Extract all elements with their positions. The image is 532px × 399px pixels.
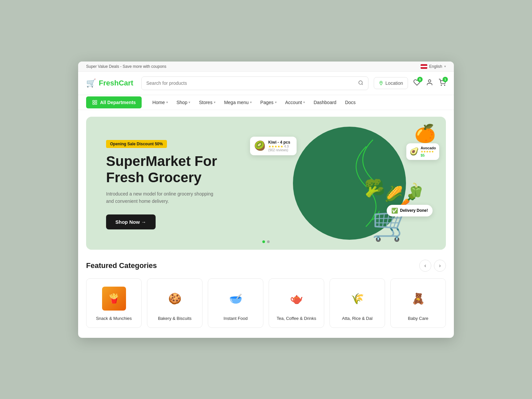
grid-icon [92, 100, 97, 105]
category-card-baby[interactable]: 🧸 Baby Care [390, 278, 446, 328]
nav-item-account: Account ▾ [281, 95, 309, 110]
discount-badge: Opening Sale Discount 50% [106, 140, 167, 148]
svg-rect-6 [95, 100, 97, 102]
orange-decoration: 🍊 [414, 123, 436, 144]
category-label-tea: Tea, Coffee & Drinks [277, 316, 316, 321]
navbar: All Departments Home ▾ Shop ▾ Stores ▾ [78, 95, 454, 110]
pages-chevron-icon: ▾ [275, 100, 277, 104]
next-arrow-button[interactable]: › [434, 260, 446, 272]
all-departments-button[interactable]: All Departments [86, 96, 142, 108]
shop-now-button[interactable]: Shop Now → [106, 214, 156, 229]
carousel-dots [262, 240, 270, 243]
cart-button[interactable]: 1 [439, 79, 446, 88]
hero-section: Opening Sale Discount 50% SuperMarket Fo… [78, 110, 454, 256]
section-header: Featured Categories ‹ › [86, 260, 446, 272]
category-card-instant[interactable]: 🥣 Instant Food [208, 278, 263, 328]
account-button[interactable] [426, 79, 433, 88]
nav-link-docs[interactable]: Docs [341, 95, 360, 110]
search-input[interactable] [142, 77, 353, 89]
category-label-bakery: Bakery & Biscuits [158, 316, 192, 321]
svg-point-4 [444, 85, 445, 85]
svg-point-3 [441, 85, 442, 85]
nav-link-stores[interactable]: Stores ▾ [195, 95, 219, 110]
prev-arrow-button[interactable]: ‹ [419, 260, 431, 272]
language-label: English [429, 64, 442, 69]
logo-icon: 🛒 [86, 78, 96, 88]
nav-item-shop: Shop ▾ [173, 95, 195, 110]
flag-icon [421, 64, 427, 69]
location-button[interactable]: Location [374, 77, 408, 89]
instant-icon: 🥣 [224, 287, 248, 311]
delivery-badge: ✅ Delivery Done! [387, 205, 433, 216]
nav-arrows: ‹ › [419, 260, 446, 272]
search-button[interactable] [353, 77, 368, 90]
browser-window: Super Value Deals - Save more with coupo… [78, 62, 454, 338]
account-chevron-icon: ▾ [303, 100, 305, 104]
hero-banner: Opening Sale Discount 50% SuperMarket Fo… [86, 117, 446, 250]
nav-link-account[interactable]: Account ▾ [281, 95, 309, 110]
cart-badge: 1 [443, 77, 448, 82]
avocado-card: 🥑 Avocado ★★★★★ $5 [406, 143, 439, 160]
logo-text-cart: Cart [119, 79, 133, 87]
category-image-instant: 🥣 [222, 285, 249, 312]
logo-text-fresh: Fresh [99, 79, 119, 87]
category-card-snacks[interactable]: 🍟 Snack & Munchies [86, 278, 142, 328]
logo[interactable]: 🛒 FreshCart [86, 78, 136, 88]
category-card-rice[interactable]: 🌾 Atta, Rice & Dal [330, 278, 385, 328]
nav-link-shop[interactable]: Shop ▾ [173, 95, 195, 110]
avocado-info: Avocado ★★★★★ $5 [421, 146, 436, 157]
nav-item-docs: Docs [341, 95, 360, 110]
all-departments-label: All Departments [100, 100, 136, 105]
search-bar[interactable] [141, 76, 368, 90]
location-label: Location [385, 80, 403, 86]
dot-2[interactable] [267, 240, 270, 243]
avocado-image: 🥑 [410, 147, 419, 156]
bakery-icon: 🍪 [163, 287, 187, 311]
megamenu-chevron-icon: ▾ [250, 100, 252, 104]
hero-visual: 🛒 🥦 🌽 🥕 🫑 🍊 🥝 Kiwi - 4 pcs ★★★★★ 4.9 (90… [230, 117, 446, 250]
hero-content: Opening Sale Discount 50% SuperMarket Fo… [106, 140, 219, 229]
category-card-bakery[interactable]: 🍪 Bakery & Biscuits [147, 278, 202, 328]
category-image-baby: 🧸 [405, 285, 432, 312]
nav-item-dashboard: Dashboard [310, 95, 340, 110]
wishlist-button[interactable]: 5 [413, 79, 421, 88]
nav-link-dashboard[interactable]: Dashboard [310, 95, 340, 110]
category-label-snacks: Snack & Munchies [96, 316, 132, 321]
wishlist-badge: 5 [417, 77, 423, 82]
svg-point-2 [428, 79, 431, 82]
nav-link-megamenu[interactable]: Mega menu ▾ [220, 95, 256, 110]
dot-1[interactable] [262, 240, 265, 243]
rice-icon: 🌾 [345, 287, 369, 311]
category-image-snacks: 🍟 [101, 285, 127, 312]
category-label-baby: Baby Care [408, 316, 428, 321]
announcement-text: Super Value Deals - Save more with coupo… [86, 64, 166, 69]
svg-rect-5 [93, 100, 94, 102]
svg-rect-8 [95, 103, 97, 104]
svg-rect-7 [93, 103, 94, 104]
baby-icon: 🧸 [406, 287, 430, 311]
category-card-tea[interactable]: 🫖 Tea, Coffee & Drinks [269, 278, 324, 328]
kiwi-image: 🥝 [254, 140, 266, 151]
check-circle-icon: ✅ [391, 207, 398, 214]
nav-items: Home ▾ Shop ▾ Stores ▾ Mega menu ▾ [148, 95, 359, 110]
category-image-bakery: 🍪 [162, 285, 188, 312]
snacks-icon: 🍟 [102, 287, 126, 311]
shop-chevron-icon: ▾ [189, 100, 190, 104]
language-selector[interactable]: English ▾ [421, 64, 446, 69]
nav-item-pages: Pages ▾ [256, 95, 281, 110]
nav-item-megamenu: Mega menu ▾ [220, 95, 256, 110]
tea-icon: 🫖 [285, 287, 309, 311]
stores-chevron-icon: ▾ [214, 100, 215, 104]
nav-link-home[interactable]: Home ▾ [148, 95, 172, 110]
header-actions: 5 1 [413, 79, 446, 88]
user-icon [426, 79, 433, 86]
hero-title: SuperMarket For Fresh Grocery [106, 153, 219, 186]
category-image-tea: 🫖 [283, 285, 310, 312]
kiwi-stars: ★★★★★ 4.9 [268, 145, 290, 148]
nav-link-pages[interactable]: Pages ▾ [256, 95, 281, 110]
home-chevron-icon: ▾ [166, 100, 168, 104]
kiwi-reviews: (902 reviews) [268, 148, 290, 152]
nav-item-stores: Stores ▾ [195, 95, 219, 110]
svg-point-0 [359, 81, 362, 84]
svg-point-1 [381, 82, 382, 83]
